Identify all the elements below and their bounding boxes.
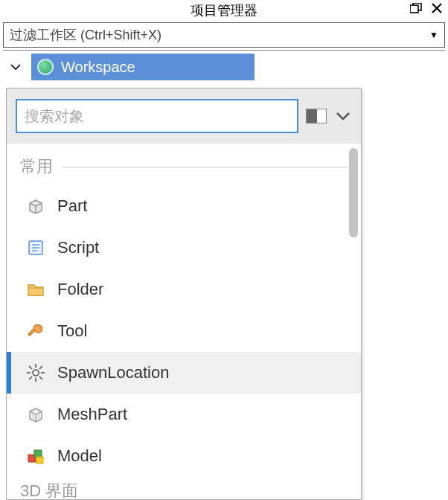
dock-icon: [410, 3, 422, 13]
scrollbar[interactable]: [349, 148, 358, 237]
section-header-common: 常用: [7, 151, 361, 185]
collapse-toggle[interactable]: [334, 107, 352, 125]
panel-body: 常用 Part: [7, 144, 361, 498]
insert-object-panel: 常用 Part: [6, 88, 362, 500]
window-controls: [409, 1, 444, 15]
item-model[interactable]: Model: [7, 435, 361, 477]
globe-icon: [37, 59, 54, 75]
item-label: Model: [57, 446, 102, 466]
section-label: 3D 界面: [20, 481, 78, 498]
item-script[interactable]: Script: [7, 227, 361, 269]
tree-row: Workspace: [0, 54, 448, 80]
item-tool[interactable]: Tool: [7, 310, 361, 352]
model-icon: [25, 445, 47, 467]
expand-toggle[interactable]: [0, 60, 31, 74]
close-icon: [432, 3, 442, 13]
separator: [3, 50, 445, 51]
svg-line-16: [39, 376, 42, 379]
svg-point-10: [33, 370, 39, 376]
workspace-node[interactable]: Workspace: [31, 54, 255, 80]
item-label: Script: [57, 238, 99, 257]
item-label: Tool: [57, 321, 87, 341]
svg-rect-25: [36, 457, 43, 464]
part-icon: [25, 195, 47, 217]
folder-icon: [25, 278, 47, 301]
view-toggle[interactable]: [306, 109, 327, 124]
chevron-down-icon: [334, 107, 352, 125]
svg-line-15: [29, 366, 32, 369]
section-header-3d: 3D 界面: [7, 477, 361, 498]
item-label: Part: [57, 196, 87, 216]
panel-title: 项目管理器: [191, 1, 257, 19]
filter-placeholder: 过滤工作区 (Ctrl+Shift+X): [10, 26, 161, 44]
item-meshpart[interactable]: MeshPart: [7, 394, 361, 435]
close-button[interactable]: [430, 1, 444, 15]
svg-line-17: [39, 366, 42, 369]
script-icon: [25, 237, 47, 259]
section-label: 常用: [20, 156, 53, 178]
item-folder[interactable]: Folder: [7, 269, 361, 310]
scroll-area[interactable]: 常用 Part: [7, 144, 361, 498]
workspace-label: Workspace: [61, 59, 135, 76]
item-spawnlocation[interactable]: SpawnLocation: [7, 352, 361, 394]
chevron-down-icon: [9, 60, 22, 74]
dropdown-icon[interactable]: ▼: [429, 30, 438, 40]
panel-header: [7, 89, 361, 144]
dock-button[interactable]: [409, 1, 423, 15]
spawn-icon: [25, 362, 47, 384]
svg-rect-1: [410, 5, 418, 13]
search-input[interactable]: [16, 99, 298, 133]
filter-workspace-input[interactable]: 过滤工作区 (Ctrl+Shift+X) ▼: [3, 22, 445, 48]
meshpart-icon: [25, 403, 47, 426]
item-label: Folder: [57, 280, 103, 299]
item-part[interactable]: Part: [7, 185, 361, 227]
item-label: MeshPart: [57, 405, 127, 424]
tool-icon: [25, 320, 47, 342]
divider: [62, 167, 348, 167]
svg-line-18: [29, 376, 32, 379]
title-bar: 项目管理器: [0, 0, 448, 21]
item-label: SpawnLocation: [57, 363, 169, 382]
